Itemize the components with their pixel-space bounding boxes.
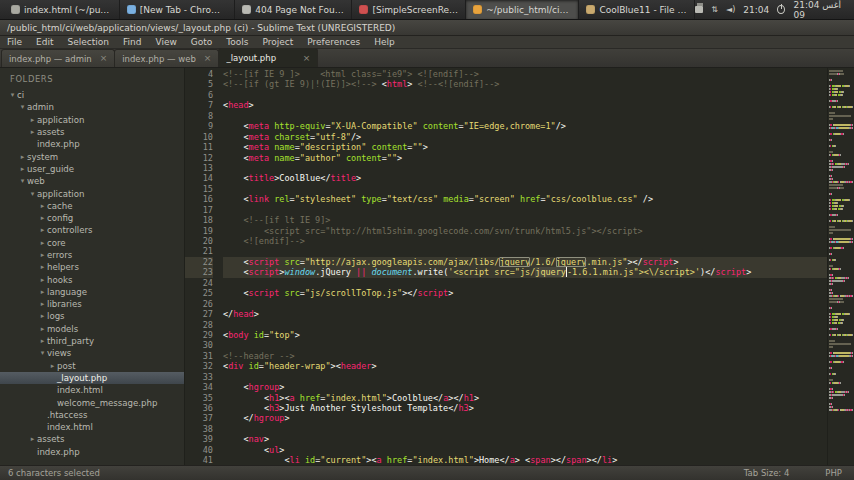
- folder-closed-icon[interactable]: ▸: [38, 288, 47, 296]
- code-line[interactable]: [223, 320, 827, 330]
- code-line[interactable]: [223, 111, 827, 121]
- clock[interactable]: 21:04: [743, 5, 769, 15]
- menu-view[interactable]: View: [148, 36, 183, 48]
- folder-closed-icon[interactable]: ▸: [38, 276, 47, 284]
- folder-closed-icon[interactable]: ▸: [48, 362, 57, 370]
- sidebar-item-assets[interactable]: ▸assets: [0, 126, 184, 138]
- code-line[interactable]: <!--header -->: [223, 351, 827, 361]
- taskbar-item[interactable]: CoolBlue11 - File Ma...: [579, 0, 694, 19]
- sidebar-item-models[interactable]: ▸models: [0, 323, 184, 335]
- code-line[interactable]: [223, 340, 827, 350]
- editor-tab[interactable]: index.php — admin×: [1, 49, 115, 67]
- sidebar-item-ci[interactable]: ▾ci: [0, 89, 184, 101]
- taskbar-item[interactable]: 404 Page Not Found ...: [235, 0, 352, 19]
- code-line[interactable]: <![endif]-->: [223, 236, 827, 246]
- editor-tab[interactable]: index.php — web×: [114, 49, 219, 67]
- folder-open-icon[interactable]: ▾: [38, 349, 47, 357]
- code-line[interactable]: <meta name="description" content="">: [223, 142, 827, 152]
- code-line[interactable]: <body id="top">: [223, 330, 827, 340]
- code-line[interactable]: <h1><a href="index.html">Coolblue</a></h…: [223, 393, 827, 403]
- menu-edit[interactable]: Edit: [29, 36, 60, 48]
- tab-size-indicator[interactable]: Tab Size: 4: [744, 468, 790, 478]
- sidebar-item-post[interactable]: ▸post: [0, 360, 184, 372]
- sidebar-item-assets[interactable]: ▸assets: [0, 433, 184, 445]
- taskbar-item[interactable]: index.html (~/public...: [4, 0, 120, 19]
- code-line[interactable]: <script src="js/scrollToTop.js"></script…: [223, 288, 827, 298]
- code-line[interactable]: </hgroup>: [223, 413, 827, 423]
- folder-closed-icon[interactable]: ▸: [38, 226, 47, 234]
- folder-closed-icon[interactable]: ▸: [38, 263, 47, 271]
- folder-closed-icon[interactable]: ▸: [38, 312, 47, 320]
- syntax-indicator[interactable]: PHP: [825, 468, 842, 478]
- sidebar-item-index-html[interactable]: index.html: [0, 421, 184, 433]
- folder-open-icon[interactable]: ▾: [28, 190, 37, 198]
- menu-goto[interactable]: Goto: [184, 36, 220, 48]
- folder-closed-icon[interactable]: ▸: [38, 325, 47, 333]
- folder-closed-icon[interactable]: ▸: [38, 239, 47, 247]
- code-line[interactable]: [223, 184, 827, 194]
- code-line[interactable]: <script src="http://html5shim.googlecode…: [223, 226, 827, 236]
- code-line[interactable]: [223, 205, 827, 215]
- code-line[interactable]: <!--[if lt IE 9]>: [223, 215, 827, 225]
- network-icon[interactable]: ⇅: [711, 5, 718, 14]
- code-area[interactable]: <!--[if IE 9 ]> <html class="ie9"> <![en…: [219, 68, 827, 465]
- folder-open-icon[interactable]: ▾: [8, 91, 17, 99]
- folder-closed-icon[interactable]: ▸: [28, 435, 37, 443]
- sidebar-item-logs[interactable]: ▸logs: [0, 310, 184, 322]
- menu-find[interactable]: Find: [116, 36, 148, 48]
- volume-icon[interactable]: ◄): [726, 5, 735, 14]
- folder-closed-icon[interactable]: ▸: [28, 116, 37, 124]
- code-line[interactable]: <!--[if IE 9 ]> <html class="ie9"> <![en…: [223, 69, 827, 79]
- sidebar-item-index-php[interactable]: index.php: [0, 446, 184, 458]
- sidebar-item-web[interactable]: ▾web: [0, 175, 184, 187]
- folder-closed-icon[interactable]: ▸: [18, 165, 27, 173]
- menu-selection[interactable]: Selection: [61, 36, 116, 48]
- code-line[interactable]: <!--[if (gt IE 9)|!(IE)]><!--> <html> <!…: [223, 79, 827, 89]
- sidebar-item-views[interactable]: ▾views: [0, 347, 184, 359]
- code-line[interactable]: <meta http-equiv="X-UA-Compatible" conte…: [223, 121, 827, 131]
- code-line[interactable]: <link rel="stylesheet" type="text/css" m…: [223, 194, 827, 204]
- folder-closed-icon[interactable]: ▸: [38, 337, 47, 345]
- taskbar-item[interactable]: [SimpleScreenRecor...: [352, 0, 466, 19]
- sidebar-item-core[interactable]: ▸core: [0, 237, 184, 249]
- folder-closed-icon[interactable]: ▸: [38, 214, 47, 222]
- sidebar-item-helpers[interactable]: ▸helpers: [0, 261, 184, 273]
- taskbar-item[interactable]: ~/public_html/ci/we...: [466, 0, 579, 19]
- sidebar-item-welcome-message-php[interactable]: welcome_message.php: [0, 396, 184, 408]
- code-line[interactable]: [223, 278, 827, 288]
- folder-closed-icon[interactable]: ▸: [38, 251, 47, 259]
- sidebar-item-third-party[interactable]: ▸third_party: [0, 335, 184, 347]
- code-line[interactable]: <li id="current"><a href="index.html">Ho…: [223, 455, 827, 465]
- sidebar-item-system[interactable]: ▸system: [0, 150, 184, 162]
- folder-closed-icon[interactable]: ▸: [38, 202, 47, 210]
- code-line[interactable]: <title>CoolBlue</title>: [223, 173, 827, 183]
- session-menu-icon[interactable]: [777, 5, 785, 14]
- code-line[interactable]: [223, 90, 827, 100]
- code-line[interactable]: </head>: [223, 309, 827, 319]
- sidebar-item-index-php[interactable]: index.php: [0, 138, 184, 150]
- code-line[interactable]: <nav>: [223, 434, 827, 444]
- sidebar-item-errors[interactable]: ▸errors: [0, 249, 184, 261]
- sidebar-item-libraries[interactable]: ▸libraries: [0, 298, 184, 310]
- sidebar-item-user-guide[interactable]: ▸user_guide: [0, 163, 184, 175]
- tab-close-icon[interactable]: ×: [204, 54, 212, 63]
- menu-help[interactable]: Help: [367, 36, 402, 48]
- tab-close-icon[interactable]: ×: [303, 54, 311, 63]
- minimap[interactable]: [827, 68, 854, 465]
- menu-tools[interactable]: Tools: [219, 36, 255, 48]
- editor-tab[interactable]: _layout.php×: [218, 48, 318, 67]
- folder-open-icon[interactable]: ▾: [18, 177, 27, 185]
- sidebar-item--htaccess[interactable]: .htaccess: [0, 409, 184, 421]
- sidebar-item-hooks[interactable]: ▸hooks: [0, 273, 184, 285]
- sidebar-item-language[interactable]: ▸language: [0, 286, 184, 298]
- code-line[interactable]: <h3>Just Another Styleshout Template</h3…: [223, 403, 827, 413]
- folder-open-icon[interactable]: ▾: [18, 103, 27, 111]
- menu-project[interactable]: Project: [255, 36, 300, 48]
- code-line[interactable]: <hgroup>: [223, 382, 827, 392]
- sidebar-item-cache[interactable]: ▸cache: [0, 200, 184, 212]
- sidebar-item-config[interactable]: ▸config: [0, 212, 184, 224]
- code-line[interactable]: [223, 372, 827, 382]
- window-titlebar[interactable]: /public_html/ci/web/application/views/_l…: [0, 20, 854, 36]
- code-line[interactable]: <script src="http://ajax.googleapis.com/…: [223, 257, 827, 267]
- folder-closed-icon[interactable]: ▸: [18, 153, 27, 161]
